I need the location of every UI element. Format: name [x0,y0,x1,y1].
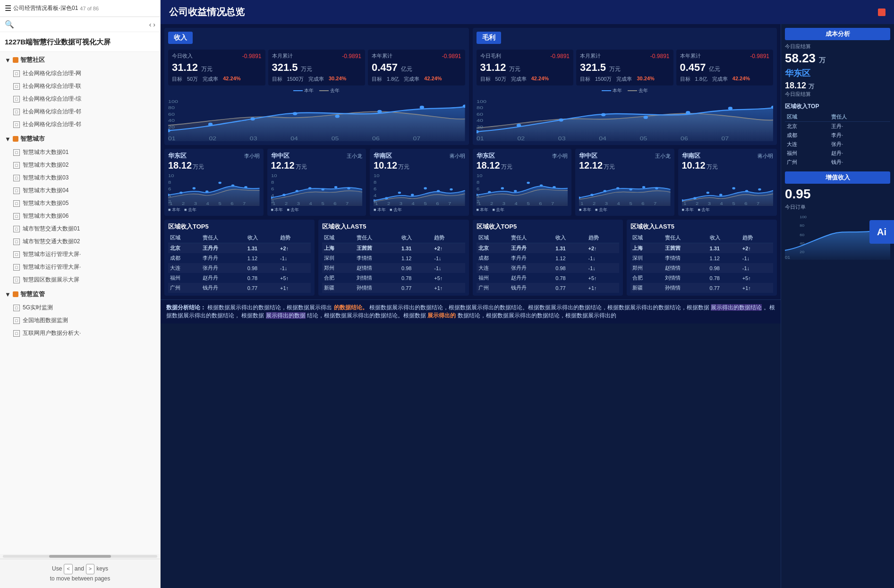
region-east-name: 华东区 [168,152,187,160]
svg-text:5: 5 [321,201,324,205]
main-header: 公司收益情况总览 [161,0,894,24]
sidebar-item-city-8[interactable]: □ 城市智慧交通大数据02 [0,235,160,248]
svg-text:60: 60 [477,112,483,117]
search-input[interactable] [16,21,149,28]
right-bottom-title: 增值收入 [785,171,890,184]
table-profit-top5: 区域收入TOP5 区域责任人收入趋势 北京王丹丹1.31+2↑ 成都李丹丹1.1… [473,220,623,296]
sections-row: 收入 今日收入 -0.9891 31.12 万元 [161,24,894,588]
svg-point-131 [693,197,696,199]
close-button[interactable] [878,9,885,16]
right-bottom-value: 0.95 [785,187,890,202]
menu-icon[interactable]: ☰ [5,4,11,13]
income-metrics: 今日收入 -0.9891 31.12 万元 目标 50万 完成率 [168,50,465,85]
tree-group-city-header[interactable]: ▼ 智慧城市 [0,132,160,146]
region-income-east: 华东区 李小明 18.12万元 [164,149,264,216]
sidebar-item-community-5[interactable]: □ 社会网格化综合治理-邻 [0,118,160,131]
table-profit-top5-data: 区域责任人收入趋势 北京王丹丹1.31+2↑ 成都李丹丹1.12-1↓ 大连张丹… [477,233,619,293]
item-label: 智慧城市大数据06 [23,212,68,220]
svg-text:03: 03 [250,136,257,141]
svg-text:80: 80 [477,105,483,110]
item-label: 智慧园区数据展示大屏 [23,276,79,284]
tree-group-supervision: ▼ 智慧监管 □ 5G实时监测 □ 全国地图数据监测 □ 互联网用户数据分析大· [0,287,160,340]
sidebar-item-community-1[interactable]: □ 社会网格化综合治理-网 [0,67,160,80]
svg-point-101 [527,182,529,184]
sidebar-item-community-2[interactable]: □ 社会网格化综合治理-联 [0,80,160,93]
svg-point-2 [250,117,255,120]
svg-point-79 [385,197,388,199]
tree-group-community-header[interactable]: ▼ 智慧社区 [0,53,160,67]
right-today-label: 今日应结算 [785,43,890,50]
sidebar-item-city-7[interactable]: □ 城市智慧交通大数据01 [0,222,160,235]
table-row: 大连张丹· [785,140,890,149]
region-profit-east-legend: ■ 本年■ 去年 [477,207,568,213]
svg-text:6: 6 [230,201,234,205]
scrollbar-thumb[interactable] [49,555,111,558]
table-row: 福州赵丹丹0.78+5↑ [477,273,619,283]
income-month-label: 本月累计 [272,52,293,60]
doc-icon: □ [13,264,20,271]
region-east-legend: ■ 本年■ 去年 [168,207,260,213]
region-east-chart: 1 2 3 4 5 6 7 10 8 6 4 2 [168,173,260,206]
nav-next-button[interactable]: › [153,21,155,28]
sidebar-footer: Use < and > keys to move between pages [0,559,160,588]
svg-text:8: 8 [168,180,171,185]
profit-label: 毛利 [477,32,501,44]
table-area: 区域收入TOP5 区域责任人收入趋势 北京王丹丹1.31+2↑ 成都李丹丹1.1… [161,220,781,299]
sidebar: ☰ 公司经营情况看板-深色01 47 of 86 🔍 ‹ › 1227B端智慧行… [0,0,161,588]
svg-text:8: 8 [271,180,274,185]
ai-button[interactable]: Ai [869,220,894,244]
sidebar-item-community-3[interactable]: □ 社会网格化综合治理-综 [0,93,160,105]
table-profit-top5-title: 区域收入TOP5 [477,222,619,231]
sidebar-item-city-4[interactable]: □ 智慧城市大数据04 [0,184,160,197]
svg-point-46 [244,186,247,188]
profit-chart-legend: 本年 去年 [477,87,774,94]
sidebar-item-city-2[interactable]: □ 智慧城市大数据02 [0,159,160,171]
income-today-targets: 目标 50万 完成率 42.24% [172,76,262,83]
sidebar-item-city-3[interactable]: □ 智慧城市大数据03 [0,171,160,184]
svg-point-65 [347,187,350,189]
table-row: 郑州赵情情0.98-1↓ [322,263,465,273]
svg-text:2: 2 [477,200,479,204]
svg-point-23 [601,113,605,116]
table-row: 合肥刘情情0.78+5↑ [322,273,465,283]
sidebar-item-city-9[interactable]: □ 智慧城市运行管理大屏· [0,248,160,261]
right-bottom-section: 增值收入 0.95 今日订单 01 100 [785,171,890,260]
svg-text:40: 40 [477,118,483,123]
income-year-change: -0.9891 [442,53,461,60]
svg-text:20: 20 [168,125,175,129]
sidebar-item-community-4[interactable]: □ 社会网格化综合治理-邻 [0,105,160,118]
item-label: 社会网格化综合治理-邻 [23,108,81,116]
nav-prev-button[interactable]: ‹ [149,21,152,28]
svg-point-21 [516,124,520,127]
region-profit-central-legend: ■ 本年■ 去年 [579,207,671,213]
income-today-unit: 万元 [201,66,213,72]
sidebar-item-sup-2[interactable]: □ 全国地图数据监测 [0,314,160,327]
svg-text:4: 4 [412,201,415,205]
sidebar-item-sup-3[interactable]: □ 互联网用户数据分析大· [0,327,160,340]
sidebar-item-city-10[interactable]: □ 智慧城市运行管理大屏· [0,261,160,273]
sidebar-item-city-1[interactable]: □ 智慧城市大数据01 [0,146,160,159]
sidebar-item-sup-1[interactable]: □ 5G实时监测 [0,301,160,314]
table-row: 成都李丹丹1.12-1↓ [477,253,619,263]
income-today: 今日收入 -0.9891 31.12 万元 目标 50万 完成率 [168,50,265,85]
tree-group-supervision-header[interactable]: ▼ 智慧监管 [0,287,160,301]
sidebar-item-city-11[interactable]: □ 智慧园区数据展示大屏 [0,273,160,286]
svg-text:6: 6 [744,201,748,205]
svg-text:4: 4 [514,201,518,205]
group-community-label: 智慧社区 [20,56,45,64]
svg-point-102 [539,185,542,187]
svg-point-6 [420,106,424,109]
svg-text:3: 3 [400,201,403,205]
doc-icon: □ [13,149,20,156]
svg-text:4: 4 [168,194,171,198]
svg-text:60: 60 [168,112,175,117]
sidebar-item-city-5[interactable]: □ 智慧城市大数据05 [0,197,160,210]
table-row: 广州钱丹· [785,158,890,167]
item-label: 全国地图数据监测 [23,316,68,324]
svg-point-43 [205,190,208,193]
table-income-top5-data: 区域责任人收入趋势 北京王丹丹1.31+2↑ 成都李丹丹1.12-1↓ 大连张丹… [168,233,311,293]
group-community-icon [13,57,18,63]
svg-text:40: 40 [800,241,804,245]
tree-group-city: ▼ 智慧城市 □ 智慧城市大数据01 □ 智慧城市大数据02 □ 智慧城市大数据… [0,132,160,286]
sidebar-item-city-6[interactable]: □ 智慧城市大数据06 [0,210,160,222]
